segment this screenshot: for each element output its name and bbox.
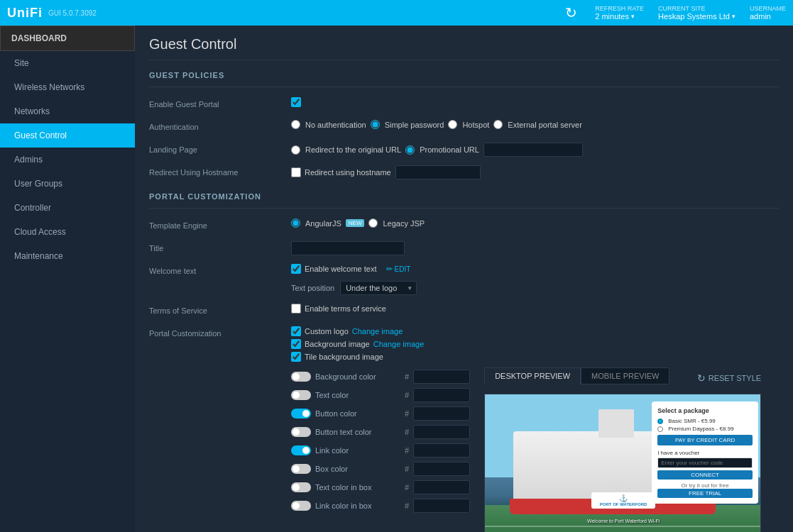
auth-no-auth-option[interactable]: No authentication [291,120,366,129]
tile-background-checkbox[interactable] [291,352,301,362]
sidebar-item-networks[interactable]: Networks [0,99,135,123]
auth-external-radio[interactable] [493,120,503,129]
mobile-preview-tab[interactable]: MOBILE PREVIEW [581,367,669,384]
text-color-input[interactable]: f8f0f0 [413,388,470,402]
sidebar-item-maintenance[interactable]: Maintenance [0,244,135,268]
promotional-url-input[interactable]: http://www.baileyshotelc [483,143,583,157]
reset-style-button[interactable]: ↻ RESET STYLE [697,372,761,384]
template-angularjs-radio[interactable] [291,218,300,228]
sidebar-item-controller[interactable]: Controller [0,196,135,220]
text-color-hash: # [405,391,409,399]
custom-logo-option[interactable]: Custom logo Change image [291,326,779,336]
custom-logo-change-link[interactable]: Change image [352,327,403,336]
terms-controls: Enable terms of service [291,304,779,314]
landing-redirect-option[interactable]: Redirect to the original URL [291,145,401,155]
sidebar-item-wireless-networks[interactable]: Wireless Networks [0,75,135,99]
auth-hotspot-option[interactable]: Hotspot [448,120,489,129]
template-angularjs-option[interactable]: AngularJS NEW [291,218,364,228]
landing-promotional-radio[interactable] [405,145,415,155]
template-engine-row: Template Engine AngularJS NEW Legacy JSP [149,214,779,237]
welcome-text-controls: Enable welcome text ✏ EDIT Text position… [291,264,779,295]
box-color-input[interactable]: ffffff [413,462,470,476]
button-color-row: Button color # 1379b7 [291,404,470,423]
template-engine-label: Template Engine [149,218,291,230]
sidebar-item-cloud-access[interactable]: Cloud Access [0,220,135,244]
link-color-toggle[interactable] [291,445,311,455]
username-group: USERNAME admin [750,5,786,21]
template-legacyjsp-option[interactable]: Legacy JSP [368,218,425,228]
username-label: USERNAME [750,5,786,12]
portal-preview: ⚓ PORT OF WATERFORD Welcome to Port Wate… [484,394,761,532]
link-color-input[interactable]: 1379b7 [413,443,470,458]
title-label: Title [149,241,291,253]
dashboard-button[interactable]: DASHBOARD [0,26,135,51]
sidebar-item-admins[interactable]: Admins [0,148,135,172]
enable-terms-text: Enable terms of service [305,304,386,313]
desktop-preview-tab[interactable]: DESKTOP PREVIEW [484,367,581,384]
enable-terms-checkbox[interactable] [291,304,301,314]
template-legacyjsp-radio[interactable] [368,218,378,228]
auth-simple-password-radio[interactable] [371,120,380,129]
redirect-hostname-checkbox-label[interactable]: Redirect using hostname [291,167,391,177]
button-text-color-row: Button text color # ffffff [291,423,470,441]
voucher-section: I have a voucher [657,450,753,468]
enable-welcome-checkbox-label[interactable]: Enable welcome text [291,264,377,274]
title-input[interactable]: Hotspot portal [291,241,405,255]
voucher-input[interactable] [657,458,753,468]
link-color-in-box-toggle[interactable] [291,501,311,511]
template-angularjs-text: AngularJS [305,219,341,228]
current-site-value[interactable]: Heskap Systems Ltd ▾ [658,12,735,21]
portal-customization-header: PORTAL CUSTOMIZATION [149,192,779,201]
redirect-hostname-input[interactable]: heskaptest [395,165,481,179]
auth-no-auth-radio[interactable] [291,120,300,129]
content-area: Guest Control GUEST POLICIES Enable Gues… [135,26,793,532]
free-trial-button[interactable]: FREE TRIAL [657,489,753,498]
enable-guest-portal-controls [291,97,779,107]
welcome-text-row: Welcome text Enable welcome text ✏ EDIT … [149,260,779,299]
button-text-color-input[interactable]: ffffff [413,425,470,439]
background-color-input[interactable]: cccccc [413,370,470,384]
ship-funnel [598,409,634,438]
landing-redirect-radio[interactable] [291,145,300,155]
button-text-color-toggle[interactable] [291,427,311,437]
background-image-checkbox[interactable] [291,339,301,349]
username-value[interactable]: admin [750,12,771,21]
auth-simple-password-option[interactable]: Simple password [371,120,444,129]
sidebar-item-user-groups[interactable]: User Groups [0,172,135,196]
auth-external-option[interactable]: External portal server [493,120,582,129]
colors-preview-section: Background color # cccccc Text color # f… [291,367,779,532]
text-color-in-box-toggle[interactable] [291,482,311,492]
pay-credit-card-button[interactable]: PAY BY CREDIT CARD [657,435,753,445]
auth-simple-password-text: Simple password [385,121,444,129]
pkg2-radio[interactable] [657,426,663,432]
enable-welcome-checkbox[interactable] [291,264,301,274]
landing-promotional-option[interactable]: Promotional URL [405,145,479,155]
box-color-toggle[interactable] [291,464,311,474]
background-color-toggle[interactable] [291,372,311,382]
enable-terms-checkbox-label[interactable]: Enable terms of service [291,304,386,314]
text-color-toggle[interactable] [291,390,311,400]
sidebar-item-guest-control[interactable]: Guest Control [0,123,135,148]
background-image-option[interactable]: Background image Change image [291,339,779,349]
refresh-rate-label: REFRESH RATE [595,5,644,12]
button-color-input[interactable]: 1379b7 [413,406,470,421]
reset-icon: ↻ [697,372,706,384]
button-color-toggle[interactable] [291,409,311,419]
edit-link[interactable]: ✏ EDIT [386,265,411,274]
enable-guest-portal-checkbox[interactable] [291,97,301,107]
auth-hotspot-radio[interactable] [448,120,457,129]
link-color-in-box-input[interactable]: 1379b7 [413,499,470,513]
refresh-rate-value[interactable]: 2 minutes ▾ [595,12,635,21]
background-image-change-link[interactable]: Change image [373,340,425,348]
refresh-rate-text: 2 minutes [595,12,629,21]
pkg1-radio[interactable] [657,419,663,424]
port-logo-icon: ⚓ [596,494,651,502]
connect-button[interactable]: CONNECT [657,470,753,480]
custom-logo-checkbox[interactable] [291,326,301,336]
tile-background-option[interactable]: Tile background image [291,352,779,362]
text-color-in-box-input[interactable]: 000000 [413,480,470,494]
sidebar-item-site[interactable]: Site [0,51,135,75]
refresh-icon[interactable]: ↻ [565,4,577,21]
text-position-select[interactable]: Under the logo Above the logo Below imag… [340,281,417,295]
redirect-hostname-checkbox[interactable] [291,167,301,177]
